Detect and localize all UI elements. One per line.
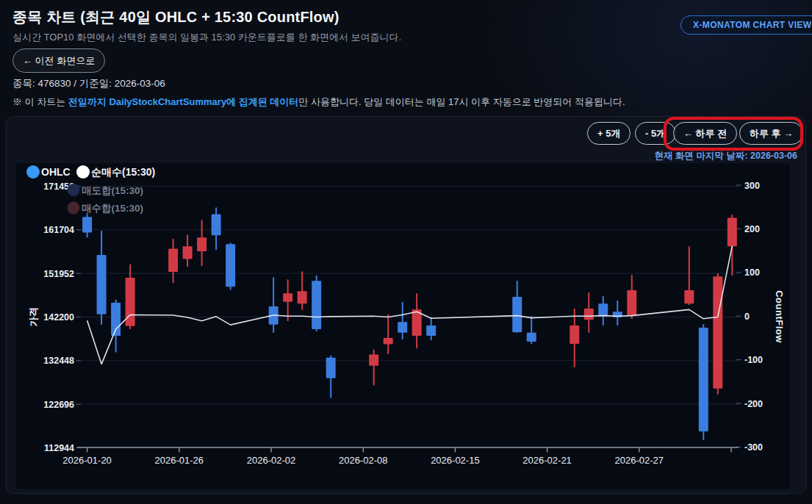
candle-body (699, 328, 708, 431)
candle (527, 316, 536, 344)
candle-body (183, 246, 193, 259)
candle (699, 324, 708, 440)
candle (684, 246, 694, 305)
x-monatom-chart-view-button[interactable]: X-MONATOM CHART VIEW (680, 15, 812, 35)
legend-swatch (68, 202, 80, 215)
price-tick-label: 112944 (44, 443, 74, 453)
legend-label: OHLC (41, 166, 71, 178)
date-tick-label: 2026-02-08 (339, 455, 388, 466)
price-tick-label: 122696 (43, 400, 74, 410)
candle (713, 273, 722, 395)
candle (312, 276, 321, 331)
candle (398, 302, 407, 339)
date-tick-label: 2026-01-20 (62, 455, 112, 466)
candle-body (212, 215, 221, 236)
stock-chart-svg: 1714561617041519521422001324481226961129… (16, 163, 790, 489)
price-tick-label: 142200 (43, 312, 74, 323)
stock-info: 종목: 476830 / 기준일: 2026-03-06 (12, 77, 165, 90)
page-title: 종목 차트 (최근 40일 OHLC + 15:30 CountFlow) (12, 7, 339, 27)
candle-body (82, 217, 92, 232)
legend-item[interactable]: 매도합(15:30) (68, 184, 144, 196)
candle-body (384, 338, 393, 345)
candle (269, 277, 279, 332)
candle (369, 350, 378, 386)
candle (627, 275, 636, 319)
date-tick-label: 2026-02-27 (615, 455, 664, 466)
price-tick-label: 132448 (43, 356, 74, 366)
candle (326, 356, 336, 398)
candle (183, 235, 193, 267)
note-suffix: 만 사용합니다. 당일 데이터는 매일 17시 이후 자동으로 반영되어 적용됩… (298, 96, 625, 107)
candle (426, 317, 436, 340)
stock-chart-page: 종목 차트 (최근 40일 OHLC + 15:30 CountFlow) X-… (0, 0, 812, 504)
add-5-button[interactable]: + 5개 (587, 122, 630, 145)
date-tick-label: 2026-02-02 (247, 455, 296, 466)
candle (197, 220, 206, 266)
flow-tick-label: 100 (744, 267, 760, 278)
chart-card: 1714561617041519521422001324481226961129… (16, 163, 790, 489)
candle (298, 271, 307, 309)
legend-label: 매도합(15:30) (82, 185, 143, 196)
candle-body (312, 281, 321, 329)
price-tick-label: 151952 (43, 269, 74, 279)
candle-body (283, 293, 292, 302)
flow-tick-label: -200 (744, 399, 763, 409)
date-tick-label: 2026-01-26 (155, 455, 204, 466)
flow-tick-label: 200 (744, 224, 760, 234)
candle-body (684, 290, 694, 303)
back-button[interactable]: ← 이전 화면으로 (12, 48, 105, 73)
candle-body (627, 290, 636, 315)
candle-body (570, 325, 579, 344)
subtract-5-button[interactable]: - 5개 (635, 122, 676, 145)
candle (384, 314, 393, 354)
candle (126, 264, 135, 329)
next-day-button[interactable]: 하루 후 → (739, 122, 803, 145)
legend-item[interactable]: OHLC (26, 165, 71, 179)
note-prefix: ※ 이 차트는 (12, 96, 68, 107)
candle (97, 231, 107, 325)
candle-body (426, 325, 436, 336)
candle (212, 207, 221, 250)
flow-tick-label: 0 (744, 312, 750, 322)
candle (512, 281, 522, 333)
legend-label: 순매수(15:30) (91, 166, 155, 178)
flow-tick-label: -100 (744, 355, 763, 365)
candle (226, 243, 235, 290)
candle-body (97, 255, 107, 314)
legend-item[interactable]: 매수합(15:30) (68, 202, 144, 215)
price-axis-title: 가격 (28, 307, 39, 327)
date-tick-label: 2026-02-21 (522, 455, 572, 466)
flow-tick-label: -300 (744, 442, 763, 453)
flow-axis-title: CountFlow (774, 290, 785, 343)
legend-swatch (76, 165, 90, 179)
flow-tick-label: 300 (744, 181, 760, 191)
candle (584, 292, 594, 333)
candle-body (168, 248, 178, 272)
date-tick-label: 2026-02-15 (431, 455, 480, 466)
candle (598, 296, 608, 325)
candle-body (226, 244, 235, 287)
data-source-note: ※ 이 차트는 전일까지 DailyStockChartSummary에 집계된… (12, 96, 625, 109)
candle (727, 215, 737, 276)
note-highlight: 전일까지 DailyStockChartSummary에 집계된 데이터 (68, 96, 299, 107)
candle-body (111, 303, 121, 336)
prev-day-button[interactable]: ← 하루 전 (673, 122, 737, 145)
candle-body (326, 358, 336, 378)
candle (283, 279, 292, 321)
legend-swatch (26, 165, 40, 179)
candle (412, 293, 422, 348)
page-subtitle: 실시간 TOP10 화면에서 선택한 종목의 일봉과 15:30 카운트플로를 … (12, 31, 401, 44)
candle-body (584, 309, 594, 320)
price-tick-label: 161704 (43, 225, 74, 235)
candle-body (713, 276, 722, 389)
legend-item[interactable]: 순매수(15:30) (76, 165, 155, 179)
legend-label: 매수합(15:30) (82, 203, 143, 214)
candle-body (512, 297, 522, 332)
last-date-caption: 현재 화면 마지막 날짜: 2026-03-06 (655, 150, 798, 162)
candle-body (298, 291, 307, 303)
candle (168, 239, 178, 283)
candle-body (197, 237, 206, 251)
legend-swatch (68, 184, 80, 196)
candle-body (369, 355, 378, 366)
candle-body (727, 217, 737, 246)
